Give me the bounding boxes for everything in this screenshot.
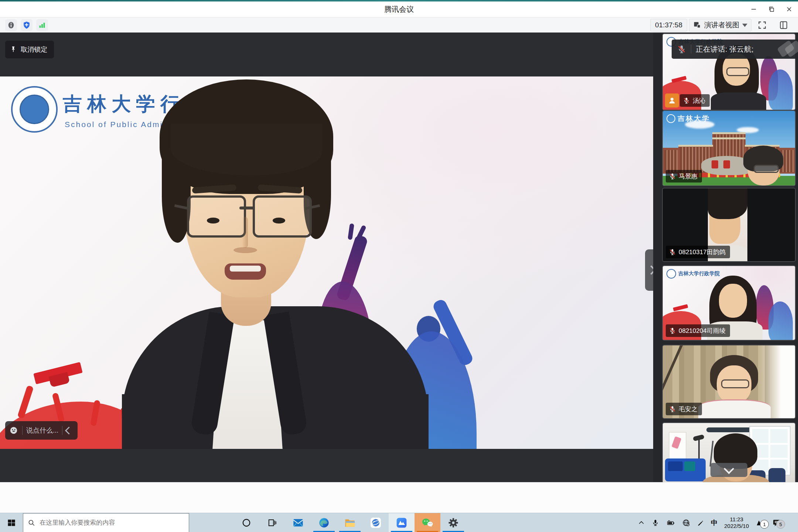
taskbar-search[interactable] [23, 513, 189, 532]
battery-charging-icon [666, 519, 675, 526]
tray-clock[interactable]: 11:23 2022/5/10 [724, 516, 749, 529]
participant-glasses [754, 165, 779, 173]
collapse-chat-icon[interactable] [65, 426, 73, 434]
speaker-teeth [230, 266, 261, 272]
speaker-hair-side [162, 158, 191, 243]
title-bar: 腾讯会议 [0, 1, 798, 17]
ime-language-button[interactable]: 中 [711, 518, 717, 527]
chevron-up-icon [638, 519, 645, 526]
graduation-cap-graphic [33, 362, 82, 385]
unpin-button[interactable]: 取消锁定 [5, 41, 54, 58]
participant-tile[interactable]: 吉林大学 马景惠 [662, 110, 796, 186]
participant-glasses [721, 379, 749, 388]
main-speaker-video[interactable]: 吉林大学行政学院 School of Public Administra [0, 76, 653, 449]
scroll-more-participants-button[interactable] [710, 463, 747, 477]
close-button[interactable] [780, 1, 798, 17]
speaker-nose [242, 217, 248, 248]
participant-tile[interactable]: 吉林大学行政学院 08210204司雨绫 [662, 265, 796, 341]
tray-battery-icon[interactable] [666, 519, 675, 526]
taskbar-app-settings[interactable] [440, 513, 466, 532]
emblem-icon [666, 269, 676, 279]
meeting-toolbar: 01:37:58 演讲者视图 [0, 17, 798, 33]
fullscreen-button[interactable] [756, 19, 768, 31]
chair-graphic [768, 468, 785, 482]
taskbar-app-mail[interactable] [285, 513, 311, 532]
quick-chat-bar[interactable]: 说点什么... [5, 421, 78, 440]
restore-button[interactable] [763, 1, 780, 17]
view-mode-selector[interactable]: 演讲者视图 [689, 19, 751, 31]
globe-no-internet-icon [682, 519, 690, 527]
ime-label: 中 [711, 518, 717, 527]
start-button[interactable] [0, 513, 23, 532]
chevron-down-icon [724, 464, 734, 474]
taskbar-app-tencent-meeting[interactable] [389, 513, 415, 532]
minimize-icon [751, 6, 757, 12]
school-emblem-core [20, 95, 49, 124]
participant-head [741, 146, 785, 185]
watermark-text: 吉林大学 [678, 114, 710, 123]
blue-dancer-silhouette [768, 301, 793, 340]
taskbar-app-wechat[interactable] [415, 513, 440, 532]
mic-muted-icon [669, 248, 676, 256]
minimize-button[interactable] [745, 1, 763, 17]
participant-tile[interactable]: 08210317田韵鸽 [662, 188, 796, 262]
tray-messages-icon[interactable]: 5 [772, 518, 781, 527]
tray-network-icon[interactable] [682, 519, 690, 527]
hidden-icons-button[interactable] [638, 519, 645, 526]
speaker-eye [273, 218, 285, 224]
pin-icon [10, 46, 17, 53]
participant-name-pill: 马景惠 [666, 170, 702, 183]
settings-gear-icon [447, 517, 459, 529]
participant-tile[interactable]: 毛安之 [662, 345, 796, 419]
meeting-info-button[interactable] [5, 19, 17, 31]
taskbar-app-file-explorer[interactable] [337, 513, 363, 532]
taskbar-app-network[interactable] [363, 513, 389, 532]
mic-muted-icon [683, 97, 690, 104]
cortana-icon [242, 518, 251, 528]
emblem-icon [666, 114, 675, 123]
participant-name-pill: 08210317田韵鸽 [666, 246, 730, 258]
participant-name: 08210317田韵鸽 [679, 248, 726, 256]
tray-pen-icon[interactable] [697, 519, 704, 526]
tray-microphone-icon[interactable] [652, 519, 659, 527]
tile-school-logo-text: 吉林大学行政学院 [678, 270, 720, 277]
caret-down-icon [742, 24, 747, 27]
tile-school-logo: 吉林大学行政学院 [666, 269, 720, 279]
speaker-nose-shadow [233, 247, 257, 253]
emoji-icon[interactable] [9, 426, 18, 435]
watermark-logo [785, 42, 798, 55]
pen-icon [697, 519, 704, 526]
network-status-button[interactable] [36, 19, 48, 31]
view-mode-label: 演讲者视图 [704, 20, 739, 30]
person-icon [668, 96, 676, 105]
search-input[interactable] [39, 519, 184, 527]
chat-input-placeholder[interactable]: 说点什么... [26, 426, 58, 435]
security-button[interactable] [21, 19, 33, 31]
mic-muted-icon [669, 173, 676, 180]
curtain-rod [663, 345, 683, 395]
task-view-icon [267, 518, 277, 528]
taskbar-app-edge[interactable] [311, 513, 337, 532]
restore-icon [768, 6, 774, 12]
wechat-icon [421, 517, 434, 529]
watermark-school-name: 吉林大学 [666, 114, 710, 123]
glasses-bridge [239, 207, 254, 209]
network-globe-icon [370, 517, 382, 529]
tray-meeting-app-icon[interactable]: 1 [756, 518, 765, 527]
system-tray: 中 11:23 2022/5/10 1 5 [638, 513, 798, 532]
participant-name-pill: 08210204司雨绫 [666, 324, 730, 337]
side-panel-toggle-button[interactable] [777, 19, 790, 31]
video-stage: 吉林大学行政学院 School of Public Administra [0, 33, 798, 482]
participant-shirt [698, 399, 771, 418]
school-emblem-logo [11, 86, 58, 133]
network-signal-icon [38, 21, 46, 29]
mic-muted-icon [677, 44, 686, 54]
blue-dancer-silhouette [768, 69, 793, 110]
cortana-button[interactable] [233, 513, 259, 532]
graduation-cap-graphic [673, 304, 688, 311]
task-view-button[interactable] [259, 513, 285, 532]
tray-time: 11:23 [724, 516, 749, 523]
speaking-banner-text: 正在讲话: 张云航; [696, 44, 754, 54]
participant-name-pill: 毛安之 [666, 403, 702, 415]
folder-icon [344, 517, 356, 529]
